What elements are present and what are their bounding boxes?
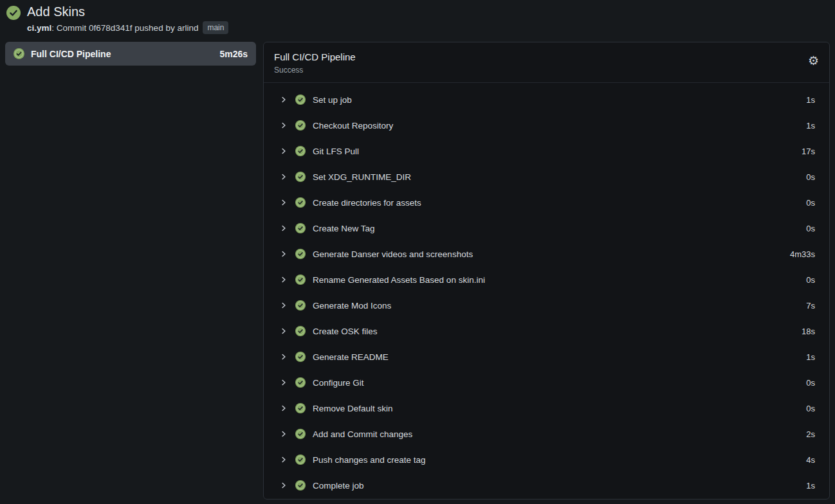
job-name: Full CI/CD Pipeline — [31, 49, 213, 59]
chevron-right-icon[interactable] — [280, 302, 288, 309]
workflow-file-link[interactable]: ci.yml — [27, 23, 51, 33]
run-title: Add Skins — [27, 4, 228, 20]
step-row[interactable]: Push changes and create tag 4s — [280, 447, 815, 473]
chevron-right-icon[interactable] — [280, 482, 288, 489]
step-name: Git LFS Pull — [313, 147, 802, 156]
chevron-right-icon[interactable] — [280, 250, 288, 258]
chevron-right-icon[interactable] — [280, 379, 288, 386]
chevron-right-icon[interactable] — [280, 173, 288, 181]
branch-badge[interactable]: main — [203, 21, 228, 34]
job-panel-status: Success — [274, 66, 819, 75]
step-duration: 2s — [806, 429, 815, 439]
step-row[interactable]: Create OSK files 18s — [280, 318, 815, 344]
step-name: Set up job — [313, 95, 806, 105]
step-name: Complete job — [313, 481, 806, 491]
step-success-icon — [295, 94, 306, 105]
step-row[interactable]: Generate Mod Icons 7s — [280, 292, 815, 318]
step-row[interactable]: Create directories for assets 0s — [280, 190, 815, 215]
step-success-icon — [295, 223, 306, 233]
run-success-icon — [6, 6, 21, 20]
job-detail-panel: Full CI/CD Pipeline Success ⚙ Set up job… — [263, 42, 830, 500]
step-success-icon — [295, 352, 306, 362]
chevron-right-icon[interactable] — [280, 96, 288, 104]
step-duration: 0s — [806, 172, 815, 182]
chevron-right-icon[interactable] — [280, 430, 288, 438]
step-name: Generate Mod Icons — [313, 301, 806, 310]
step-row[interactable]: Set up job 1s — [280, 87, 815, 113]
step-name: Remove Default skin — [313, 404, 806, 413]
step-name: Set XDG_RUNTIME_DIR — [313, 172, 806, 182]
chevron-right-icon[interactable] — [280, 147, 288, 155]
step-duration: 4m33s — [790, 249, 815, 259]
step-row[interactable]: Git LFS Pull 17s — [280, 138, 815, 164]
step-duration: 1s — [806, 352, 815, 362]
step-duration: 4s — [806, 455, 815, 465]
step-name: Generate Danser videos and screenshots — [313, 249, 790, 259]
step-success-icon — [295, 249, 306, 259]
job-success-icon — [14, 48, 24, 59]
step-row[interactable]: Set XDG_RUNTIME_DIR 0s — [280, 164, 815, 190]
chevron-right-icon[interactable] — [280, 327, 288, 335]
step-success-icon — [295, 146, 306, 156]
step-duration: 0s — [806, 378, 815, 388]
step-duration: 0s — [806, 404, 815, 413]
steps-list: Set up job 1s Checkout Repository 1s Git… — [264, 83, 829, 499]
chevron-right-icon[interactable] — [280, 199, 288, 206]
chevron-right-icon[interactable] — [280, 353, 288, 361]
step-duration: 1s — [806, 95, 815, 105]
step-success-icon — [295, 403, 306, 413]
step-name: Create New Tag — [313, 224, 806, 233]
step-success-icon — [295, 274, 306, 285]
step-row[interactable]: Create New Tag 0s — [280, 215, 815, 241]
step-row[interactable]: Generate Danser videos and screenshots 4… — [280, 241, 815, 267]
job-item-full-cicd-pipeline[interactable]: Full CI/CD Pipeline 5m26s — [5, 42, 256, 66]
run-header-text: Add Skins ci.yml: Commit 0f678d341f push… — [27, 4, 228, 34]
chevron-right-icon[interactable] — [280, 122, 288, 129]
step-row[interactable]: Configure Git 0s — [280, 370, 815, 395]
job-panel-title: Full CI/CD Pipeline — [274, 51, 819, 64]
step-duration: 1s — [806, 481, 815, 491]
step-row[interactable]: Generate README 1s — [280, 344, 815, 370]
step-duration: 0s — [806, 224, 815, 233]
step-row[interactable]: Complete job 1s — [280, 473, 815, 498]
step-duration: 0s — [806, 275, 815, 285]
step-duration: 7s — [806, 301, 815, 310]
step-success-icon — [295, 377, 306, 388]
run-columns: Full CI/CD Pipeline 5m26s Full CI/CD Pip… — [5, 42, 830, 500]
step-success-icon — [295, 429, 306, 439]
step-row[interactable]: Remove Default skin 0s — [280, 395, 815, 421]
run-header: Add Skins ci.yml: Commit 0f678d341f push… — [5, 4, 830, 34]
step-success-icon — [295, 455, 306, 465]
step-duration: 18s — [802, 327, 815, 336]
step-row[interactable]: Rename Generated Assets Based on skin.in… — [280, 267, 815, 292]
step-name: Generate README — [313, 352, 806, 362]
step-success-icon — [295, 120, 306, 130]
run-subtitle-text: : Commit 0f678d341f pushed by arlind — [51, 23, 198, 33]
step-row[interactable]: Add and Commit changes 2s — [280, 421, 815, 447]
job-panel-header: Full CI/CD Pipeline Success ⚙ — [264, 42, 829, 82]
step-name: Create OSK files — [313, 327, 802, 336]
step-duration: 17s — [802, 147, 815, 156]
step-duration: 1s — [806, 121, 815, 130]
step-name: Checkout Repository — [313, 121, 806, 130]
step-duration: 0s — [806, 198, 815, 208]
jobs-sidebar: Full CI/CD Pipeline 5m26s — [5, 42, 256, 66]
run-subtitle: ci.yml: Commit 0f678d341f pushed by arli… — [27, 21, 228, 34]
step-row[interactable]: Checkout Repository 1s — [280, 113, 815, 138]
chevron-right-icon[interactable] — [280, 404, 288, 412]
step-name: Create directories for assets — [313, 198, 806, 208]
step-success-icon — [295, 197, 306, 208]
step-success-icon — [295, 300, 306, 310]
step-name: Configure Git — [313, 378, 806, 388]
chevron-right-icon[interactable] — [280, 276, 288, 284]
step-name: Rename Generated Assets Based on skin.in… — [313, 275, 806, 285]
gear-icon[interactable]: ⚙ — [808, 53, 819, 68]
step-name: Add and Commit changes — [313, 429, 806, 439]
job-duration: 5m26s — [219, 49, 248, 59]
chevron-right-icon[interactable] — [280, 224, 288, 232]
step-success-icon — [295, 480, 306, 491]
step-name: Push changes and create tag — [313, 455, 806, 465]
step-success-icon — [295, 326, 306, 336]
actions-run-page: Add Skins ci.yml: Commit 0f678d341f push… — [0, 0, 835, 500]
chevron-right-icon[interactable] — [280, 456, 288, 464]
